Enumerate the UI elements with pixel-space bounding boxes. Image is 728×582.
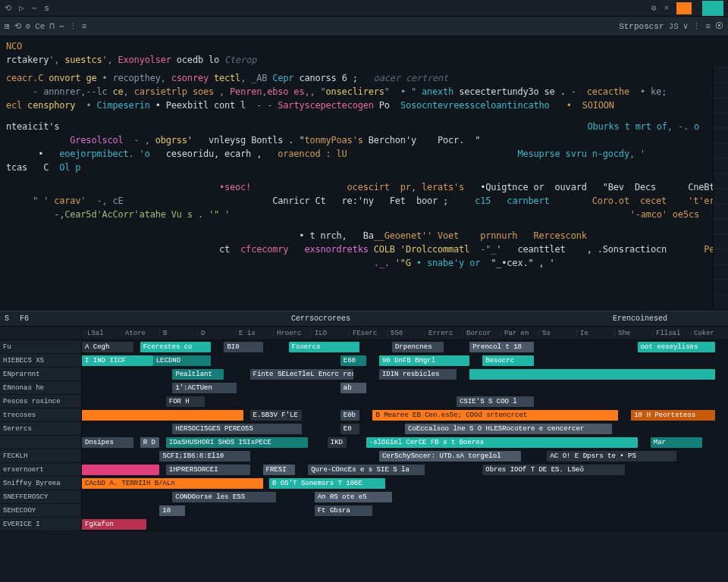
timeline-bar[interactable]: Besocrc: [482, 355, 534, 366]
block-icon[interactable]: ⊘: [26, 21, 31, 31]
timeline-track[interactable]: FOR HCSIE'S S COO l: [82, 395, 728, 408]
timeline-track[interactable]: E.SB3V F'LEE0bB Mearee EB Cen.esSe; COOd…: [82, 408, 728, 421]
timeline-bar[interactable]: IKD: [328, 437, 347, 448]
record-icon[interactable]: ⦿: [715, 21, 723, 31]
timeline-bar[interactable]: CSIE'S S COO l: [457, 396, 534, 407]
timeline-bar[interactable]: BI0: [224, 342, 262, 352]
timeline-row-label[interactable]: ENprarnnt: [0, 368, 82, 380]
timeline-bar[interactable]: E.SB3V F'LE: [250, 410, 302, 421]
timeline-bar[interactable]: ·slOGiel CerCE FB s t Boeres: [366, 437, 638, 448]
timeline-bar[interactable]: B OS'T Sonemsrs T 100E: [269, 478, 385, 489]
timeline-bar[interactable]: A Cegh: [82, 342, 133, 352]
vdots-icon[interactable]: ⋮: [69, 21, 77, 31]
timeline-row-label[interactable]: SEHECOOY: [0, 504, 82, 517]
timeline-row-label[interactable]: FECKLH: [0, 449, 82, 462]
timeline-bar[interactable]: SCFI;IB6:8:El10: [159, 451, 249, 462]
timeline-bar[interactable]: Dnsipes: [82, 437, 133, 448]
timeline-row-label[interactable]: Serercs: [0, 422, 82, 435]
timeline-bar[interactable]: Drpencnes: [392, 342, 444, 352]
timeline-bar[interactable]: E0: [340, 424, 360, 434]
timeline-header-f[interactable]: F6: [20, 314, 29, 323]
settings-icon[interactable]: ⚙: [651, 3, 657, 13]
play-icon[interactable]: ▷: [19, 3, 24, 13]
language-badge[interactable]: JS: [669, 22, 679, 31]
timeline-bar[interactable]: [469, 369, 715, 380]
timeline-bar[interactable]: FRESI: [263, 465, 296, 475]
timeline-bar[interactable]: 90 DnFB BHgrl: [379, 355, 469, 366]
timeline-ruler[interactable]: LSalAtoreBDE isHroercILOFEserc550ErrercB…: [0, 327, 728, 340]
timeline-bar[interactable]: 1':ACTUen: [172, 383, 237, 393]
timeline-track[interactable]: PealtlantFinte SELecTleL Encrc resIDIN r…: [82, 368, 728, 380]
timeline-track[interactable]: SCFI;IB6:8:El10CerSchySncer: UTD.sA torg…: [82, 449, 728, 462]
timeline-bar[interactable]: Fcerestes co: [140, 342, 212, 352]
timeline-bar[interactable]: Ft Gbsra: [315, 505, 373, 516]
timeline-bar[interactable]: [82, 410, 243, 421]
minimap[interactable]: [713, 67, 728, 309]
timeline-row-label[interactable]: EVERICE I: [0, 518, 82, 530]
timeline-row-label[interactable]: [0, 436, 82, 449]
timeline-bar[interactable]: IDIN resbicles: [379, 369, 457, 380]
timeline-bar[interactable]: HERSOCISGES PEREOSS: [172, 424, 301, 434]
timeline-bar[interactable]: E60: [340, 355, 366, 366]
accent-button[interactable]: [676, 2, 692, 14]
timeline-bar[interactable]: FgXafon: [82, 519, 146, 530]
timeline-bar[interactable]: [82, 465, 159, 475]
timeline-bar[interactable]: IDaSHUSHORI SHOS ISIsPECE: [166, 437, 308, 448]
timeline-row-label[interactable]: trecoses: [0, 408, 82, 421]
timeline-track[interactable]: 1HPRERSORCEIFRESIQure-COncEs e s SIE S l…: [82, 463, 728, 476]
timeline-bar[interactable]: CAcbD A. TERRIIH B/ALn: [82, 478, 263, 489]
timeline-track[interactable]: 1':ACTUenab: [82, 381, 728, 394]
timeline-bar[interactable]: Obres IOOf T DE ES. LSeö: [482, 465, 624, 475]
refresh-icon[interactable]: ⟲: [5, 3, 11, 13]
timeline-bar[interactable]: CoEccalsoo lne S O HLESRocotere e cencer…: [405, 424, 612, 434]
timeline-header-s[interactable]: S: [5, 314, 9, 323]
timeline-bar[interactable]: Qure-COncEs e s SIE S la: [308, 465, 424, 475]
timeline-bar[interactable]: Mar: [651, 437, 702, 448]
timeline-track[interactable]: CAcbD A. TERRIIH B/ALnB OS'T Sonemsrs T …: [82, 477, 728, 490]
timeline-track[interactable]: 10Ft Gbsra: [82, 504, 728, 517]
timeline-bar[interactable]: 10: [159, 505, 185, 516]
timeline-bar[interactable]: Pealtlant: [172, 369, 224, 380]
timeline-track[interactable]: DnsipesR DIDaSHUSHORI SHOS ISIsPECEIKD·s…: [82, 436, 728, 449]
timeline-row-label[interactable]: ENnonas he: [0, 381, 82, 394]
timeline-bar[interactable]: AC O! E Dpsrs te • PS: [547, 451, 676, 462]
timeline-bar[interactable]: R D: [140, 437, 160, 448]
timeline-bar[interactable]: CONDOorse les ESS: [172, 492, 275, 502]
side-tab[interactable]: [702, 1, 723, 16]
stop-icon[interactable]: ⊓: [49, 21, 55, 31]
timeline-bar[interactable]: LECDND: [153, 355, 212, 366]
timeline-track[interactable]: A CeghFcerestes coBI0FsoercsDrpencnesPre…: [82, 340, 728, 353]
timeline-bar[interactable]: FOR H: [166, 396, 205, 407]
grid-icon[interactable]: ⊞: [5, 21, 10, 31]
timeline-bar[interactable]: ab: [340, 383, 366, 393]
timeline-bar[interactable]: Fsoercs: [289, 342, 360, 352]
timeline-row-label[interactable]: HIEBECS XS: [0, 354, 82, 367]
timeline-bar[interactable]: E0b: [340, 410, 360, 421]
timeline-bar[interactable]: An RS ote e5: [315, 492, 392, 502]
timeline-bar[interactable]: CerSchySncer: UTD.sA torgelol: [379, 451, 521, 462]
timeline-row-label[interactable]: Pesces rosince: [0, 395, 82, 408]
timeline-row-label[interactable]: ersernoert: [0, 463, 82, 476]
lines-icon[interactable]: ≡: [705, 22, 711, 31]
timeline-bar[interactable]: 10 H Peortetess: [631, 410, 715, 421]
timeline-track[interactable]: FgXafon: [82, 518, 728, 530]
timeline-row-label[interactable]: SNEFFEROSCY: [0, 490, 82, 503]
timeline-body[interactable]: FuA CeghFcerestes coBI0FsoercsDrpencnesP…: [0, 340, 728, 582]
menu-icon[interactable]: ≡: [82, 22, 87, 31]
code-editor[interactable]: NCO rctakery', suestcs', Exonyolser oced…: [0, 36, 728, 311]
timeline-row-label[interactable]: Fu: [0, 340, 82, 353]
chevron-down-icon[interactable]: ∨: [683, 21, 689, 31]
hdots-icon[interactable]: ⋯: [59, 21, 64, 31]
reload-icon[interactable]: ⟲: [14, 21, 21, 31]
timeline-track[interactable]: I INO IICFLECDNDE6090 DnFB BHgrlBesocrc: [82, 354, 728, 367]
timeline-bar[interactable]: Finte SELecTleL Encrc res: [250, 369, 353, 380]
timeline-bar[interactable]: B Mearee EB Cen.esSe; COOd srtencrcet: [372, 410, 618, 421]
timeline-bar[interactable]: oot eeseylises: [638, 342, 715, 352]
timeline-row-label[interactable]: Sniffey Byreea: [0, 477, 82, 490]
timeline-track[interactable]: HERSOCISGES PEREOSSE0CoEccalsoo lne S O …: [82, 422, 728, 435]
timeline-track[interactable]: CONDOorse les ESSAn RS ote e5: [82, 490, 728, 503]
more-icon[interactable]: ⋯: [32, 3, 37, 13]
close-icon[interactable]: ×: [664, 4, 669, 13]
kebab-icon[interactable]: ⋮: [692, 21, 701, 31]
timeline-bar[interactable]: Prencol t 18: [469, 342, 534, 352]
